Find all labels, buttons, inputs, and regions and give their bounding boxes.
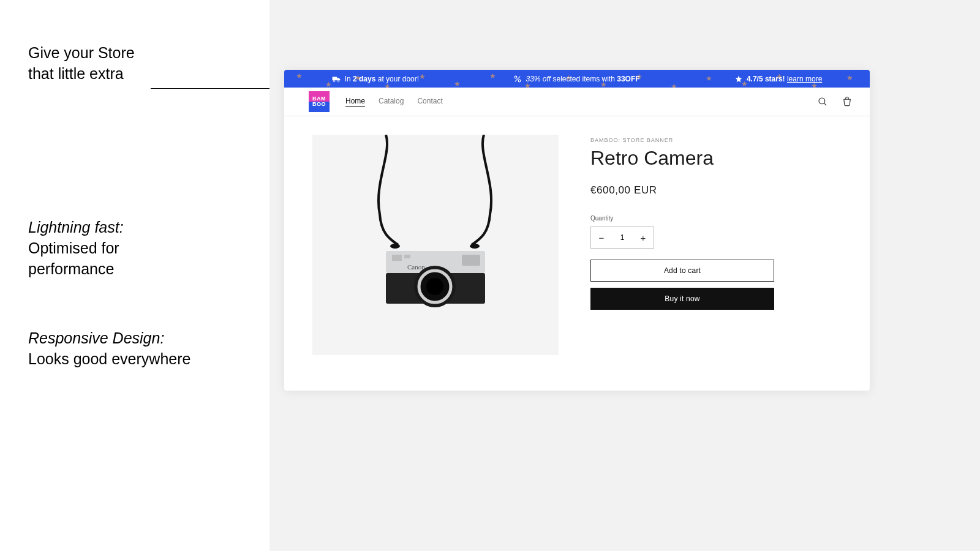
product-price: €600,00 EUR <box>590 184 842 197</box>
banner-delivery-text: In 2 days at your door! <box>345 75 419 83</box>
svg-point-2 <box>337 80 339 82</box>
svg-marker-6 <box>736 75 742 82</box>
shop-header: BAM BOO Home Catalog Contact <box>284 88 870 116</box>
svg-line-8 <box>824 103 826 105</box>
qty-value: 1 <box>612 227 633 248</box>
feature-panel: Give your Store that little extra Lightn… <box>0 0 270 551</box>
svg-rect-9 <box>312 135 559 355</box>
banner-delivery: In 2 days at your door! <box>332 75 419 83</box>
svg-point-16 <box>426 278 443 295</box>
nav-home[interactable]: Home <box>345 97 365 107</box>
product-vendor: BAMBOO: STORE BANNER <box>590 137 842 143</box>
feature-2-line1: Optimised for <box>28 238 270 259</box>
product-body: Canon BAMBOO: STORE BANNER Retro Camera … <box>284 116 870 373</box>
product-info: BAMBOO: STORE BANNER Retro Camera €600,0… <box>559 135 842 355</box>
svg-rect-17 <box>462 255 480 266</box>
header-tools <box>817 96 853 107</box>
brand-line2: BOO <box>312 102 326 107</box>
svg-point-3 <box>515 76 518 78</box>
svg-point-4 <box>519 80 521 82</box>
product-image: Canon <box>312 135 559 355</box>
nav-contact[interactable]: Contact <box>417 97 442 107</box>
arrow-line <box>151 88 270 89</box>
truck-icon <box>332 75 341 83</box>
cart-icon[interactable] <box>842 96 853 107</box>
feature-2-head: Lightning fast: <box>28 217 270 238</box>
learn-more-link[interactable]: learn more <box>787 75 822 83</box>
top-banner: ★★★★★★★★★★★★★★★★★ In 2 days at your door… <box>284 70 870 88</box>
feature-3-head: Responsive Design: <box>28 328 270 349</box>
add-to-cart-button[interactable]: Add to cart <box>590 260 774 282</box>
quantity-stepper: − 1 + <box>590 227 654 249</box>
product-title: Retro Camera <box>590 147 842 170</box>
banner-rating: 4.7/5 stars! learn more <box>735 75 822 83</box>
qty-increment[interactable]: + <box>633 227 654 248</box>
svg-rect-18 <box>392 255 402 261</box>
banner-discount-text: 33% off selected items with 33OFF <box>526 75 639 83</box>
svg-rect-0 <box>332 77 337 80</box>
svg-rect-19 <box>404 255 410 258</box>
svg-point-10 <box>390 244 400 249</box>
nav-catalog[interactable]: Catalog <box>379 97 404 107</box>
feature-2-line2: performance <box>28 259 270 280</box>
feature-1: Give your Store that little extra <box>28 43 270 89</box>
feature-1-line1: Give your Store <box>28 43 270 64</box>
preview-stage: ★★★★★★★★★★★★★★★★★ In 2 days at your door… <box>270 0 980 551</box>
store-screenshot: ★★★★★★★★★★★★★★★★★ In 2 days at your door… <box>284 70 870 391</box>
svg-point-11 <box>470 244 480 249</box>
buy-now-button[interactable]: Buy it now <box>590 288 774 310</box>
feature-1-line2: that little extra <box>28 64 124 84</box>
qty-decrement[interactable]: − <box>591 227 612 248</box>
svg-line-5 <box>515 76 520 81</box>
feature-2: Lightning fast: Optimised for performanc… <box>28 217 270 279</box>
feature-3-line1: Looks good everywhere <box>28 349 270 370</box>
feature-3: Responsive Design: Looks good everywhere <box>28 328 270 370</box>
brand-logo[interactable]: BAM BOO <box>309 91 330 112</box>
svg-point-1 <box>333 80 335 82</box>
quantity-label: Quantity <box>590 215 842 222</box>
banner-rating-text: 4.7/5 stars! learn more <box>747 75 822 83</box>
search-icon[interactable] <box>817 96 828 107</box>
svg-text:Canon: Canon <box>407 263 425 271</box>
star-icon <box>735 75 742 83</box>
svg-point-7 <box>819 98 825 104</box>
banner-discount: 33% off selected items with 33OFF <box>514 75 639 83</box>
percent-icon <box>514 75 521 83</box>
main-nav: Home Catalog Contact <box>345 97 443 107</box>
